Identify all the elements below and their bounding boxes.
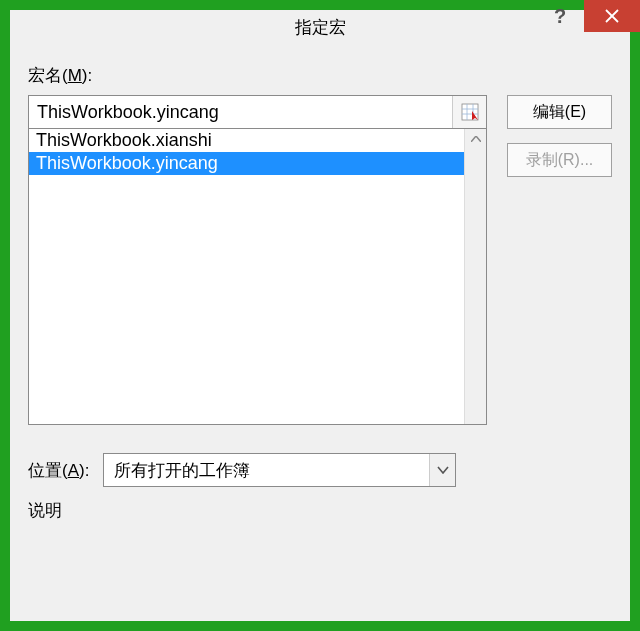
close-icon — [605, 9, 619, 23]
macro-name-input[interactable] — [29, 96, 452, 128]
main-row: ThisWorkbook.xianshi ThisWorkbook.yincan… — [28, 95, 612, 425]
location-row: 位置(A): 所有打开的工作簿 — [28, 453, 612, 487]
macro-list-items: ThisWorkbook.xianshi ThisWorkbook.yincan… — [29, 129, 464, 424]
description-label: 说明 — [28, 499, 612, 522]
grid-reference-icon — [461, 103, 479, 121]
macro-name-field-wrap — [28, 95, 487, 129]
record-button: 录制(R)... — [507, 143, 612, 177]
dialog-content: 宏名(M): — [10, 44, 630, 621]
scroll-up-icon — [465, 129, 486, 149]
right-column: 编辑(E) 录制(R)... — [507, 95, 612, 425]
help-button[interactable]: ? — [536, 0, 584, 32]
list-item[interactable]: ThisWorkbook.xianshi — [29, 129, 464, 152]
macro-list[interactable]: ThisWorkbook.xianshi ThisWorkbook.yincan… — [28, 129, 487, 425]
close-button[interactable] — [584, 0, 640, 32]
location-select-value: 所有打开的工作簿 — [104, 454, 429, 486]
titlebar: 指定宏 ? — [10, 10, 630, 44]
left-column: ThisWorkbook.xianshi ThisWorkbook.yincan… — [28, 95, 487, 425]
reference-edit-button[interactable] — [452, 96, 486, 128]
location-select[interactable]: 所有打开的工作簿 — [103, 453, 456, 487]
location-label: 位置(A): — [28, 459, 89, 482]
macro-name-label: 宏名(M): — [28, 64, 612, 87]
list-item[interactable]: ThisWorkbook.yincang — [29, 152, 464, 175]
chevron-down-icon — [437, 466, 449, 474]
assign-macro-dialog: 指定宏 ? 宏名(M): — [0, 0, 640, 631]
titlebar-buttons: ? — [536, 0, 640, 32]
edit-button[interactable]: 编辑(E) — [507, 95, 612, 129]
list-scrollbar[interactable] — [464, 129, 486, 424]
location-select-arrow[interactable] — [429, 454, 455, 486]
